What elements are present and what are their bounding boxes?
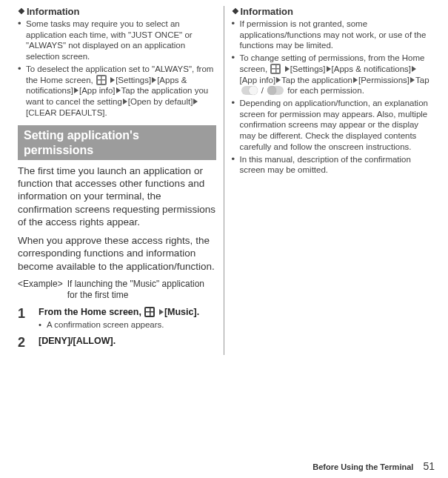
- info-heading-right-text: Information: [241, 6, 294, 17]
- chevron-right-icon: [74, 87, 78, 93]
- section-heading: Setting application's permissions: [18, 125, 216, 159]
- step-number: 2: [18, 335, 39, 351]
- info-item: Some tasks may require you to select an …: [18, 19, 216, 62]
- chevron-right-icon: [353, 77, 358, 83]
- diamond-icon: ❖: [232, 7, 239, 16]
- info-heading-left: ❖Information: [18, 6, 216, 17]
- apps-grid-icon: [144, 307, 155, 317]
- step-1: 1 From the Home screen, [Music]. A confi…: [18, 306, 216, 331]
- footer-page-number: 51: [423, 460, 435, 472]
- chevron-right-icon: [110, 77, 115, 83]
- chevron-right-icon: [116, 87, 121, 93]
- apps-grid-icon: [96, 75, 107, 85]
- chevron-right-icon: [285, 66, 290, 72]
- info-item: To deselect the application set to "ALWA…: [18, 64, 216, 119]
- chevron-right-icon: [193, 99, 198, 104]
- example-text: If launching the "Music" application for…: [67, 279, 216, 302]
- apps-grid-icon: [270, 64, 281, 74]
- info-heading-right: ❖Information: [232, 6, 431, 17]
- info-list-right: If permission is not granted, some appli…: [232, 19, 431, 176]
- step-note: A confirmation screen appears.: [39, 319, 199, 331]
- page-footer: Before Using the Terminal 51: [312, 460, 435, 472]
- chevron-right-icon: [412, 66, 416, 72]
- chevron-right-icon: [159, 309, 164, 315]
- chevron-right-icon: [327, 66, 331, 72]
- toggle-on-icon: [241, 86, 258, 95]
- chevron-right-icon: [152, 77, 156, 83]
- diamond-icon: ❖: [18, 7, 25, 16]
- body-paragraph: When you approve these access rights, th…: [18, 234, 216, 273]
- info-item: To change setting of permissions, from t…: [232, 53, 431, 96]
- step-2: 2 [DENY]/[ALLOW].: [18, 335, 216, 351]
- footer-section: Before Using the Terminal: [312, 462, 413, 471]
- info-list-left: Some tasks may require you to select an …: [18, 19, 216, 118]
- step-title: From the Home screen, [Music].: [39, 306, 199, 318]
- chevron-right-icon: [276, 77, 281, 83]
- toggle-off-icon: [267, 86, 284, 95]
- example-label: <Example>: [18, 279, 63, 302]
- info-item: Depending on application/function, an ex…: [232, 98, 431, 153]
- step-title: [DENY]/[ALLOW].: [39, 335, 116, 347]
- body-paragraph: The first time you launch an application…: [18, 165, 216, 228]
- info-item: In this manual, description of the confi…: [232, 154, 431, 176]
- step-number: 1: [18, 306, 39, 331]
- info-item: If permission is not granted, some appli…: [232, 19, 431, 51]
- example-row: <Example> If launching the "Music" appli…: [18, 279, 216, 302]
- info-heading-left-text: Information: [27, 6, 80, 17]
- chevron-right-icon: [123, 99, 127, 104]
- chevron-right-icon: [410, 77, 415, 83]
